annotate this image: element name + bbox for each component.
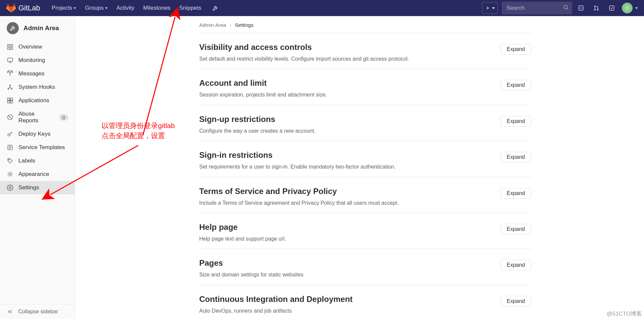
expand-button[interactable]: Expand [500, 152, 531, 163]
sidebar-item-deploy-keys[interactable]: Deploy Keys [0, 127, 75, 141]
svg-point-2 [594, 6, 595, 7]
section-title: Continuous Integration and Deployment [199, 295, 353, 304]
settings-section-sign-in-restrictions: Sign-in restrictionsSet requirements for… [199, 141, 531, 177]
main-content: Admin Area › Settings Visibility and acc… [75, 16, 644, 319]
monitoring-icon [7, 57, 13, 64]
section-title: Sign-up restrictions [199, 115, 316, 124]
svg-point-24 [8, 159, 9, 160]
expand-button[interactable]: Expand [500, 44, 531, 55]
nav-activity[interactable]: Activity [112, 2, 139, 14]
sidebar-item-labels[interactable]: Labels [0, 154, 75, 168]
sidebar-header[interactable]: Admin Area [0, 16, 75, 38]
admin-sidebar: Admin Area OverviewMonitoringMessagesSys… [0, 16, 75, 319]
expand-button[interactable]: Expand [500, 188, 531, 199]
search-icon [563, 4, 569, 12]
sidebar-item-monitoring[interactable]: Monitoring [0, 54, 75, 67]
apps-icon [7, 97, 13, 104]
section-description: Auto DevOps, runners and job artifacts [199, 307, 353, 315]
svg-point-7 [627, 7, 628, 9]
nav-groups-label: Groups [85, 5, 104, 11]
sidebar-item-label: Messages [18, 70, 44, 77]
section-title: Account and limit [199, 78, 327, 88]
collapse-sidebar-button[interactable]: Collapse sidebar [0, 304, 75, 319]
nav-activity-label: Activity [116, 5, 135, 11]
svg-point-15 [8, 88, 9, 89]
svg-point-0 [564, 5, 568, 9]
nav-milestones[interactable]: Milestones [139, 2, 174, 14]
svg-rect-10 [8, 48, 10, 50]
breadcrumb-root[interactable]: Admin Area [199, 22, 226, 28]
expand-button[interactable]: Expand [500, 224, 531, 235]
svg-rect-18 [10, 98, 13, 101]
settings-section-pages: PagesSize and domain settings for static… [199, 249, 531, 285]
sidebar-item-system-hooks[interactable]: System Hooks [0, 80, 75, 94]
top-navbar: GitLab Projects Groups Activity Mileston… [0, 0, 644, 16]
expand-button[interactable]: Expand [500, 80, 531, 90]
svg-rect-12 [8, 58, 13, 61]
section-description: Include a Terms of Service agreement and… [199, 199, 399, 207]
sidebar-item-appearance[interactable]: Appearance [0, 168, 75, 181]
nav-admin-wrench[interactable] [209, 1, 222, 15]
expand-button[interactable]: Expand [500, 116, 531, 127]
issues-button[interactable] [574, 1, 588, 15]
svg-rect-5 [609, 6, 614, 10]
svg-rect-9 [11, 45, 13, 47]
wrench-icon [212, 5, 219, 11]
nav-milestones-label: Milestones [143, 5, 170, 11]
svg-point-26 [9, 187, 11, 189]
wrench-icon [7, 22, 19, 34]
sidebar-item-abuse-reports[interactable]: Abuse Reports0 [0, 107, 75, 127]
sidebar-item-overview[interactable]: Overview [0, 40, 75, 54]
appearance-icon [7, 171, 13, 178]
brand-logo[interactable]: GitLab [6, 3, 40, 13]
service-icon [7, 144, 13, 151]
nav-projects[interactable]: Projects [48, 2, 80, 14]
settings-icon [7, 184, 13, 191]
section-title: Help page [199, 222, 286, 232]
expand-button[interactable]: Expand [500, 296, 531, 307]
user-avatar[interactable] [622, 3, 633, 13]
nav-groups[interactable]: Groups [81, 2, 112, 14]
collapse-label: Collapse sidebar [18, 309, 58, 315]
gitlab-icon [6, 3, 16, 13]
settings-section-sign-up-restrictions: Sign-up restrictionsConfigure the way a … [199, 105, 531, 141]
badge-count: 0 [59, 114, 68, 121]
sidebar-item-label: Settings [18, 184, 39, 191]
sidebar-nav: OverviewMonitoringMessagesSystem HooksAp… [0, 38, 75, 304]
svg-rect-1 [579, 6, 583, 10]
abuse-icon [7, 114, 13, 121]
key-icon [7, 131, 13, 137]
svg-rect-11 [11, 48, 13, 50]
breadcrumb-separator: › [229, 22, 231, 28]
nav-snippets-label: Snippets [179, 5, 201, 11]
nav-snippets[interactable]: Snippets [175, 2, 205, 14]
sidebar-item-settings[interactable]: Settings [0, 181, 75, 194]
todos-icon [608, 5, 615, 11]
chevron-down-icon [635, 7, 638, 9]
settings-section-visibility-and-access-controls: Visibility and access controlsSet defaul… [199, 33, 531, 69]
sidebar-item-label: Monitoring [18, 57, 45, 64]
nav-projects-label: Projects [52, 5, 72, 11]
search-input[interactable] [502, 2, 572, 14]
sidebar-item-messages[interactable]: Messages [0, 67, 75, 80]
svg-rect-20 [10, 101, 13, 103]
settings-section-help-page: Help pageHelp page text and support page… [199, 213, 531, 249]
svg-rect-8 [8, 45, 10, 47]
sidebar-item-service-templates[interactable]: Service Templates [0, 141, 75, 154]
section-title: Sign-in restrictions [199, 150, 395, 160]
overview-icon [7, 44, 13, 50]
merge-requests-button[interactable] [590, 1, 603, 15]
section-description: Configure the way a user creates a new a… [199, 127, 316, 135]
new-dropdown-button[interactable] [482, 2, 498, 14]
section-title: Visibility and access controls [199, 43, 409, 52]
sidebar-item-applications[interactable]: Applications [0, 94, 75, 107]
settings-section-terms-of-service-and-privacy-policy: Terms of Service and Privacy PolicyInclu… [199, 177, 531, 213]
expand-button[interactable]: Expand [500, 260, 531, 270]
svg-point-16 [11, 88, 12, 89]
chevron-down-icon [73, 7, 76, 9]
nav-right [482, 1, 638, 15]
sidebar-item-label: Overview [18, 44, 42, 50]
todos-button[interactable] [605, 1, 619, 15]
hooks-icon [7, 84, 13, 90]
svg-point-4 [597, 9, 598, 10]
